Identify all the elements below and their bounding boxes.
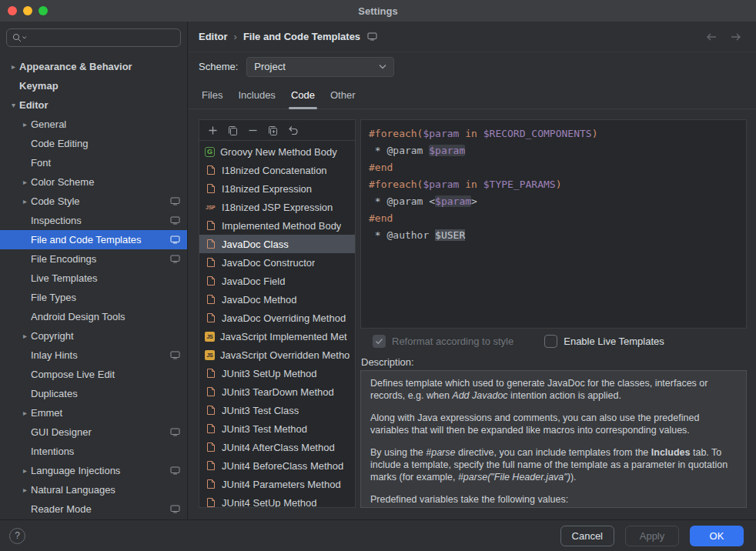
breadcrumb-editor[interactable]: Editor — [199, 31, 228, 42]
template-item-junit3-test-method[interactable]: JUnit3 Test Method — [199, 419, 355, 438]
code-line: * @author $USER — [369, 227, 746, 244]
search-input[interactable] — [30, 32, 176, 44]
template-item-javascript-implemented-met[interactable]: JSJavaScript Implemented Met — [199, 327, 355, 346]
forward-button[interactable] — [730, 32, 742, 42]
help-button[interactable]: ? — [9, 528, 25, 544]
ok-button[interactable]: OK — [690, 526, 744, 546]
sidebar-item-editor[interactable]: ▾Editor — [0, 95, 187, 115]
code-line: #foreach($param in $TYPE_PARAMS) — [369, 176, 746, 193]
traffic-lights — [0, 6, 48, 15]
sidebar-item-label: Android Design Tools — [31, 311, 180, 322]
zoom-button[interactable] — [38, 6, 48, 15]
minimize-button[interactable] — [23, 6, 32, 15]
sidebar-item-inlay-hints[interactable]: Inlay Hints — [0, 346, 187, 365]
sidebar-item-file-types[interactable]: File Types — [0, 288, 187, 307]
template-item-junit3-teardown-method[interactable]: JUnit3 TearDown Method — [199, 382, 355, 401]
scheme-select[interactable]: Project — [246, 57, 394, 77]
chevron-right-icon[interactable]: ▸ — [19, 120, 31, 129]
sidebar-item-general[interactable]: ▸General — [0, 115, 187, 134]
sidebar-item-label: Font — [31, 157, 180, 169]
template-item-javadoc-class[interactable]: JavaDoc Class — [199, 235, 355, 253]
sidebar-item-appearance-behavior[interactable]: ▸Appearance & Behavior — [0, 57, 187, 76]
template-item-label: JavaDoc Class — [222, 239, 289, 250]
tab-code[interactable]: Code — [283, 81, 323, 109]
sidebar-item-duplicates[interactable]: Duplicates — [0, 384, 187, 403]
sidebar-item-language-injections[interactable]: ▸Language Injections — [0, 461, 187, 480]
template-item-implemented-method-body[interactable]: Implemented Method Body — [199, 216, 355, 235]
chevron-right-icon[interactable]: ▸ — [19, 332, 31, 340]
sidebar-item-reader-mode[interactable]: Reader Mode — [0, 499, 187, 519]
template-icon — [205, 239, 216, 250]
cancel-button[interactable]: Cancel — [560, 526, 614, 546]
tab-other[interactable]: Other — [323, 81, 363, 109]
reformat-checkbox[interactable]: Reformat according to style — [373, 335, 513, 348]
remove-template-icon[interactable] — [247, 125, 259, 136]
sidebar-item-font[interactable]: Font — [0, 153, 187, 172]
sidebar-item-android-design-tools[interactable]: Android Design Tools — [0, 307, 187, 326]
sidebar-item-keymap[interactable]: Keymap — [0, 76, 187, 95]
template-item-i18nized-expression[interactable]: I18nized Expression — [199, 179, 355, 198]
back-button[interactable] — [705, 32, 718, 42]
template-item-label: JavaDoc Field — [222, 276, 285, 287]
footer-buttons: Cancel Apply OK — [560, 526, 744, 546]
template-item-junit4-parameters-method[interactable]: JUnit4 Parameters Method — [199, 475, 355, 493]
sidebar-item-emmet[interactable]: ▸Emmet — [0, 403, 187, 422]
sidebar-item-intentions[interactable]: Intentions — [0, 442, 187, 461]
sidebar-item-color-scheme[interactable]: ▸Color Scheme — [0, 172, 187, 192]
template-item-javascript-overridden-metho[interactable]: JSJavaScript Overridden Metho — [199, 346, 355, 364]
sidebar-item-compose-live-edit[interactable]: Compose Live Edit — [0, 365, 187, 384]
copy-template-icon[interactable] — [227, 125, 239, 136]
chevron-right-icon[interactable]: ▸ — [8, 62, 19, 71]
template-icon — [205, 423, 216, 435]
sidebar-item-natural-languages[interactable]: ▸Natural Languages — [0, 480, 187, 499]
sidebar-item-file-and-code-templates[interactable]: File and Code Templates — [0, 230, 187, 249]
template-item-junit3-setup-method[interactable]: JUnit3 SetUp Method — [199, 364, 355, 382]
settings-window: Settings ▸Appearance & BehaviorKeymap▾Ed… — [0, 0, 756, 551]
sidebar-item-label: Compose Live Edit — [31, 369, 180, 380]
code-line: #end — [369, 210, 746, 227]
sidebar-item-copyright[interactable]: ▸Copyright — [0, 326, 187, 346]
chevron-right-icon[interactable]: ▸ — [19, 197, 31, 205]
search-icon — [12, 32, 28, 43]
template-item-junit4-beforeclass-method[interactable]: JUnit4 BeforeClass Method — [199, 456, 355, 475]
template-item-i18nized-jsp-expression[interactable]: JSPI18nized JSP Expression — [199, 198, 355, 216]
sidebar-item-label: Keymap — [19, 80, 180, 92]
reset-template-icon[interactable] — [287, 125, 299, 136]
close-button[interactable] — [8, 6, 17, 15]
sidebar-item-label: Live Templates — [31, 272, 180, 284]
description-box[interactable]: Defines template which used to generate … — [360, 370, 747, 508]
template-item-junit3-test-class[interactable]: JUnit3 Test Class — [199, 401, 355, 419]
template-item-label: I18nized Expression — [222, 183, 312, 195]
template-item-junit4-setup-method[interactable]: JUnit4 SetUp Method — [199, 493, 355, 507]
template-item-label: I18nized Concatenation — [222, 165, 327, 176]
javascript-icon: JS — [205, 332, 215, 342]
template-item-junit4-afterclass-method[interactable]: JUnit4 AfterClass Method — [199, 438, 355, 456]
template-item-groovy-new-method-body[interactable]: GGroovy New Method Body — [199, 142, 355, 161]
tab-files[interactable]: Files — [194, 81, 230, 109]
chevron-right-icon[interactable]: ▸ — [19, 409, 31, 417]
settings-scope-icon — [170, 505, 180, 513]
tab-includes[interactable]: Includes — [230, 81, 283, 109]
template-item-javadoc-method[interactable]: JavaDoc Method — [199, 290, 355, 309]
duplicate-template-icon[interactable] — [267, 125, 279, 136]
add-template-icon[interactable] — [207, 125, 219, 136]
settings-search[interactable] — [6, 28, 181, 47]
chevron-right-icon[interactable]: ▸ — [19, 486, 31, 494]
description-paragraph: By using the #parse directive, you can i… — [370, 446, 737, 483]
template-item-javadoc-field[interactable]: JavaDoc Field — [199, 272, 355, 290]
sidebar-item-gui-designer[interactable]: GUI Designer — [0, 422, 187, 442]
live-templates-checkbox[interactable]: Enable Live Templates — [544, 335, 664, 348]
chevron-right-icon[interactable]: ▸ — [19, 466, 31, 475]
template-item-javadoc-constructor[interactable]: JavaDoc Constructor — [199, 253, 355, 272]
sidebar-item-file-encodings[interactable]: File Encodings — [0, 249, 187, 269]
template-code-editor[interactable]: #foreach($param in $RECORD_COMPONENTS) *… — [360, 119, 747, 329]
template-item-i18nized-concatenation[interactable]: I18nized Concatenation — [199, 161, 355, 179]
sidebar-item-code-style[interactable]: ▸Code Style — [0, 192, 187, 211]
apply-button[interactable]: Apply — [625, 526, 679, 546]
chevron-right-icon[interactable]: ▸ — [19, 178, 31, 186]
template-item-javadoc-overriding-method[interactable]: JavaDoc Overriding Method — [199, 309, 355, 327]
chevron-down-icon[interactable]: ▾ — [8, 101, 19, 109]
sidebar-item-inspections[interactable]: Inspections — [0, 211, 187, 230]
sidebar-item-code-editing[interactable]: Code Editing — [0, 134, 187, 153]
sidebar-item-live-templates[interactable]: Live Templates — [0, 269, 187, 288]
